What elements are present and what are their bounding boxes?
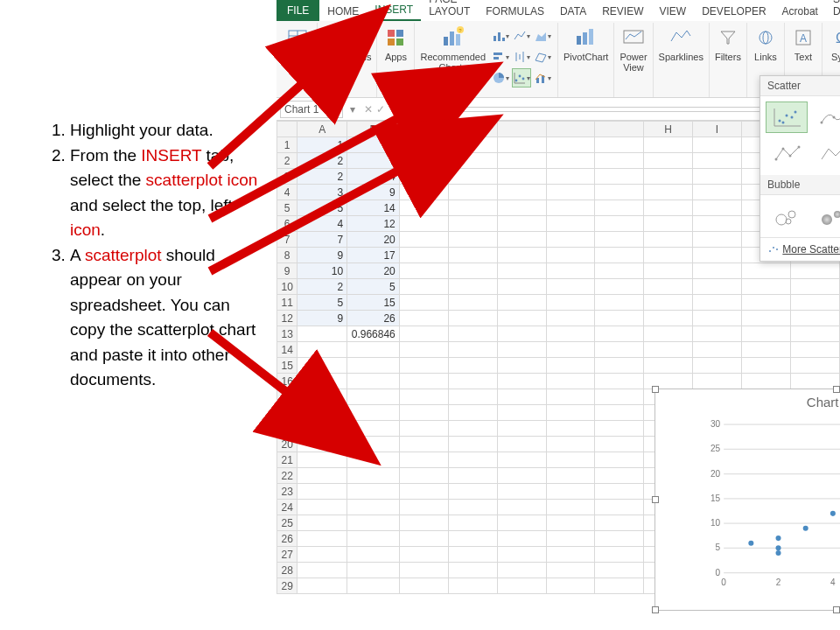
cell[interactable] bbox=[693, 169, 742, 185]
cell[interactable] bbox=[399, 216, 448, 232]
cell[interactable] bbox=[399, 531, 448, 547]
cell[interactable] bbox=[498, 295, 547, 311]
cell[interactable] bbox=[595, 468, 644, 484]
cell[interactable] bbox=[399, 263, 448, 279]
cell[interactable] bbox=[448, 153, 497, 169]
cell[interactable] bbox=[399, 279, 448, 295]
recommended-charts-button[interactable]: ? Recommended Charts bbox=[420, 24, 486, 73]
cell[interactable] bbox=[498, 389, 547, 405]
tab-insert[interactable]: INSERT bbox=[367, 0, 421, 21]
cell[interactable] bbox=[595, 563, 644, 578]
cell[interactable] bbox=[399, 468, 448, 484]
cell[interactable] bbox=[399, 232, 448, 248]
cell[interactable] bbox=[298, 421, 347, 437]
cell[interactable] bbox=[298, 531, 347, 547]
cell[interactable] bbox=[790, 263, 839, 279]
cell[interactable] bbox=[595, 153, 644, 169]
scatter-straight-lines-markers-option[interactable] bbox=[766, 138, 808, 170]
cell[interactable] bbox=[595, 484, 644, 500]
cell[interactable] bbox=[347, 437, 400, 452]
cell[interactable] bbox=[546, 468, 595, 484]
cell[interactable]: 2 bbox=[298, 153, 347, 169]
cell[interactable] bbox=[595, 263, 644, 279]
tab-page-layout[interactable]: PAGE LAYOUT bbox=[421, 0, 478, 21]
cell[interactable] bbox=[595, 216, 644, 232]
tab-formulas[interactable]: FORMULAS bbox=[478, 2, 552, 21]
cell[interactable] bbox=[298, 405, 347, 421]
cell[interactable] bbox=[546, 232, 595, 248]
cell[interactable] bbox=[347, 389, 400, 405]
cell[interactable] bbox=[399, 578, 448, 594]
cell[interactable] bbox=[790, 311, 839, 326]
cell[interactable] bbox=[298, 578, 347, 594]
cell[interactable] bbox=[347, 547, 400, 563]
cell[interactable] bbox=[644, 232, 693, 248]
cell[interactable] bbox=[498, 169, 547, 185]
cell[interactable] bbox=[790, 358, 839, 374]
cell[interactable] bbox=[448, 200, 497, 216]
cell[interactable] bbox=[298, 389, 347, 405]
cell[interactable]: 9 bbox=[298, 311, 347, 326]
cell[interactable]: 20 bbox=[347, 263, 400, 279]
surface-chart-button[interactable]: ▾ bbox=[533, 47, 552, 66]
cell[interactable]: 4 bbox=[347, 169, 400, 185]
cell[interactable] bbox=[693, 137, 742, 153]
user-account[interactable]: Siegle, Del▾ bbox=[826, 0, 840, 21]
cell[interactable] bbox=[498, 437, 547, 452]
cell[interactable] bbox=[644, 248, 693, 263]
cell[interactable] bbox=[644, 169, 693, 185]
cell[interactable] bbox=[498, 563, 547, 578]
cell[interactable] bbox=[595, 437, 644, 452]
cell[interactable] bbox=[546, 279, 595, 295]
cell[interactable] bbox=[448, 169, 497, 185]
cell[interactable] bbox=[399, 484, 448, 500]
cell[interactable] bbox=[448, 500, 497, 515]
cell[interactable] bbox=[693, 342, 742, 358]
cell[interactable] bbox=[644, 263, 693, 279]
cell[interactable] bbox=[595, 200, 644, 216]
cell[interactable] bbox=[399, 452, 448, 468]
cell[interactable] bbox=[595, 500, 644, 515]
cell[interactable] bbox=[644, 216, 693, 232]
cell[interactable]: 5 bbox=[298, 200, 347, 216]
cell[interactable] bbox=[546, 452, 595, 468]
cell[interactable] bbox=[347, 342, 400, 358]
cell[interactable] bbox=[448, 515, 497, 531]
cell[interactable] bbox=[399, 547, 448, 563]
cell[interactable] bbox=[546, 295, 595, 311]
cell[interactable] bbox=[644, 326, 693, 342]
cell[interactable] bbox=[298, 468, 347, 484]
cell[interactable] bbox=[595, 326, 644, 342]
cell[interactable] bbox=[347, 421, 400, 437]
cell[interactable] bbox=[790, 342, 839, 358]
dropdown-icon[interactable]: ▾ bbox=[346, 103, 359, 116]
cell[interactable] bbox=[790, 295, 839, 311]
cell[interactable] bbox=[644, 358, 693, 374]
name-box[interactable]: Chart 1 bbox=[280, 101, 343, 118]
cell[interactable] bbox=[693, 295, 742, 311]
cell[interactable] bbox=[448, 279, 497, 295]
cell[interactable] bbox=[693, 232, 742, 248]
cell[interactable] bbox=[498, 279, 547, 295]
cell[interactable] bbox=[546, 153, 595, 169]
tab-review[interactable]: REVIEW bbox=[594, 2, 651, 21]
cell[interactable] bbox=[595, 531, 644, 547]
cell[interactable] bbox=[693, 216, 742, 232]
cell[interactable] bbox=[448, 452, 497, 468]
tables-button[interactable]: Tables bbox=[284, 24, 312, 63]
cell[interactable] bbox=[498, 153, 547, 169]
cell[interactable] bbox=[546, 311, 595, 326]
chart-title[interactable]: Chart Title bbox=[655, 389, 840, 411]
cell[interactable] bbox=[498, 578, 547, 594]
cell[interactable]: 2 bbox=[298, 279, 347, 295]
tab-data[interactable]: DATA bbox=[552, 2, 594, 21]
cell[interactable] bbox=[399, 295, 448, 311]
cell[interactable]: 14 bbox=[347, 200, 400, 216]
cell[interactable]: 20 bbox=[347, 232, 400, 248]
cell[interactable] bbox=[448, 232, 497, 248]
cell[interactable] bbox=[448, 421, 497, 437]
cell[interactable] bbox=[448, 295, 497, 311]
cell[interactable] bbox=[546, 405, 595, 421]
cell[interactable] bbox=[399, 405, 448, 421]
cell[interactable] bbox=[448, 389, 497, 405]
